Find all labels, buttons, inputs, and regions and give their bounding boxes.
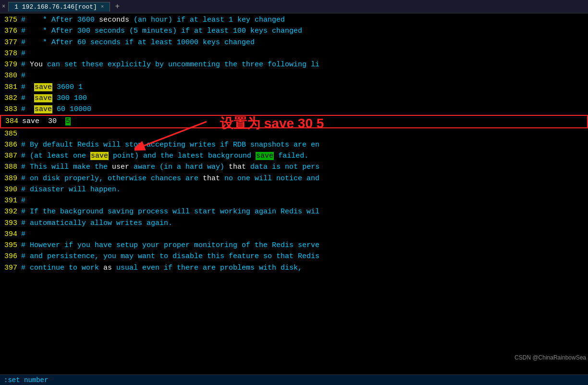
line-number: 379 [1, 59, 21, 70]
line-393: 393 # automatically allow writes again. [0, 218, 588, 229]
line-number: 390 [1, 184, 21, 195]
line-394: 394 # [0, 229, 588, 240]
line-number: 377 [1, 37, 21, 48]
line-379: 379 # You can set these explicitly by un… [0, 59, 588, 70]
tab-item[interactable]: 1 192.168.76.146[root] × [8, 2, 110, 12]
line-number: 388 [1, 161, 21, 173]
annotation-box: 设置为 save 30 5 [216, 114, 324, 133]
line-text: save 30 5 [22, 116, 71, 127]
annotation-text: 设置为 save 30 5 [220, 114, 324, 133]
line-383: 383 # save 60 10000 [0, 104, 588, 115]
line-number: 394 [1, 229, 21, 240]
line-375: 375 # * After 3600 seconds (an hour) if … [0, 14, 588, 25]
terminal-content[interactable]: 375 # * After 3600 seconds (an hour) if … [0, 13, 588, 374]
line-text: # * After 60 seconds if at least 10000 k… [21, 37, 255, 48]
line-text: # If the background saving process will … [21, 206, 319, 217]
line-text: # save 300 100 [21, 93, 87, 104]
line-number: 387 [1, 150, 21, 161]
line-392: 392 # If the background saving process w… [0, 206, 588, 217]
line-number: 384 [2, 116, 22, 127]
line-number: 382 [1, 93, 21, 104]
watermark: CSDN @ChinaRainbowSea [514, 354, 586, 361]
line-text: # [21, 195, 25, 206]
line-number: 392 [1, 206, 21, 217]
line-378: 378 # [0, 48, 588, 59]
line-388: 388 # This will make the user aware (in … [0, 161, 588, 173]
tab-title: 1 192.168.76.146[root] [14, 3, 97, 11]
line-number: 397 [1, 262, 21, 273]
line-380: 380 # [0, 70, 588, 81]
line-number: 381 [1, 82, 21, 93]
line-text: # save 3600 1 [21, 82, 83, 93]
line-text: # [21, 229, 25, 240]
line-389: 389 # on disk properly, otherwise chance… [0, 173, 588, 184]
line-text: # [21, 48, 25, 59]
line-text: # on disk properly, otherwise chances ar… [21, 173, 319, 184]
line-386: 386 # By default Redis will stop accepti… [0, 139, 588, 150]
line-381: 381 # save 3600 1 [0, 82, 588, 93]
line-395: 395 # However if you have setup your pro… [0, 240, 588, 251]
line-number: 385 [1, 128, 21, 139]
line-387: 387 # (at least one save point) and the … [0, 150, 588, 161]
svg-line-1 [144, 122, 207, 146]
line-377: 377 # * After 60 seconds if at least 100… [0, 37, 588, 48]
line-number: 378 [1, 48, 21, 59]
terminal-area: 6[... 375 # * After 3600 seconds (an hou… [0, 13, 588, 374]
tab-close-icon[interactable]: × [101, 4, 104, 10]
line-text: # However if you have setup your proper … [21, 240, 319, 251]
line-number: 386 [1, 139, 21, 150]
line-text: # * After 3600 seconds (an hour) if at l… [21, 14, 285, 25]
line-number: 396 [1, 251, 21, 262]
line-text: # You can set these explicitly by uncomm… [21, 59, 319, 70]
line-number: 383 [1, 104, 21, 115]
line-text: # continue to work as usual even if ther… [21, 262, 302, 273]
line-text: # and persistence, you may want to disab… [21, 251, 319, 262]
status-text: :set number [4, 376, 48, 384]
line-397: 397 # continue to work as usual even if … [0, 262, 588, 273]
window-close-button[interactable]: × [2, 3, 5, 10]
tab-bar: × 1 192.168.76.146[root] × + [0, 0, 588, 13]
line-text: # [21, 70, 25, 81]
line-number: 393 [1, 218, 21, 229]
line-text: # This will make the user aware (in a ha… [21, 161, 319, 173]
line-number: 395 [1, 240, 21, 251]
line-number: 391 [1, 195, 21, 206]
line-number: 389 [1, 173, 21, 184]
line-382: 382 # save 300 100 [0, 93, 588, 104]
line-396: 396 # and persistence, you may want to d… [0, 251, 588, 262]
line-text: # disaster will happen. [21, 184, 121, 195]
line-number: 375 [1, 14, 21, 25]
line-text: # save 60 10000 [21, 104, 91, 115]
status-bar: :set number [0, 374, 588, 385]
line-number: 376 [1, 25, 21, 37]
line-number: 380 [1, 70, 21, 81]
line-text: # * After 300 seconds (5 minutes) if at … [21, 25, 302, 37]
new-tab-button[interactable]: + [112, 2, 122, 11]
line-390: 390 # disaster will happen. [0, 184, 588, 195]
line-376: 376 # * After 300 seconds (5 minutes) if… [0, 25, 588, 37]
line-text: # automatically allow writes again. [21, 218, 172, 229]
line-391: 391 # [0, 195, 588, 206]
